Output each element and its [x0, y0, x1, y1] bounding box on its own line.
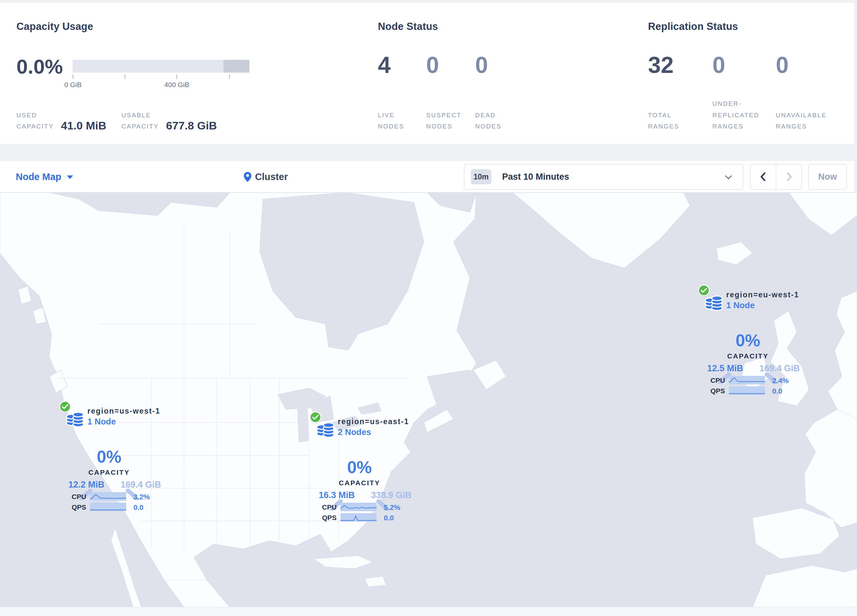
axis-tick [73, 74, 73, 79]
capacity-usage-panel: Capacity Usage 0.0% 0 GiB 400 GiB USED C… [16, 21, 362, 133]
time-range-label: Past 10 Minutes [502, 172, 569, 182]
capacity-label: CAPACITY [323, 479, 396, 487]
cpu-value: 5.2% [384, 503, 400, 512]
qps-value: 0.0 [384, 514, 394, 522]
qps-label: QPS [72, 503, 86, 511]
time-range-step-control [750, 164, 802, 190]
chevron-left-icon [760, 172, 767, 182]
usable-capacity-label: USABLE CAPACITY [122, 110, 159, 133]
view-selector-label: Node Map [16, 171, 62, 182]
breadcrumb[interactable]: Cluster [244, 161, 288, 193]
map-toolbar: Node Map Cluster 10m Past 10 Minutes Now [0, 161, 855, 193]
cluster-summary-bar: Capacity Usage 0.0% 0 GiB 400 GiB USED C… [0, 3, 855, 145]
region-label: region=us-west-1 [87, 407, 160, 415]
water-lake-michigan [297, 406, 309, 442]
cpu-value: 2.4% [772, 377, 789, 385]
panel-title: Replication Status [648, 21, 853, 32]
dead-nodes-count: 0 [475, 54, 488, 77]
cpu-label: CPU [710, 377, 725, 384]
axis-tick-label: 0 GiB [64, 81, 82, 89]
dead-nodes-label: DEAD NODES [475, 110, 501, 133]
capacity-bar: 0 GiB 400 GiB [73, 60, 249, 73]
node-map: region=us-west-1 1 Node 0% CAPACITY 12.2… [0, 193, 857, 607]
unavailable-ranges-count: 0 [776, 54, 789, 77]
under-replicated-count: 0 [712, 54, 725, 77]
qps-value: 0.0 [772, 387, 783, 395]
axis-tick [176, 74, 177, 79]
view-selector-dropdown[interactable]: Node Map [16, 161, 73, 193]
region-label: region=us-east-1 [338, 417, 409, 426]
capacity-percent: 0% [73, 447, 145, 466]
cpu-sparkline [729, 376, 765, 384]
region-marker-eu-west-1[interactable]: region=eu-west-1 1 Node 0% CAPACITY 12.5… [696, 283, 798, 398]
replication-status-panel: Replication Status 32 TOTAL RANGES 0 UND… [648, 21, 853, 133]
live-nodes-count: 4 [378, 54, 391, 77]
cpu-value: 3.2% [133, 493, 150, 501]
capacity-percent: 0.0% [16, 55, 63, 78]
axis-tick [229, 74, 230, 79]
total-capacity: 338.9 GiB [371, 490, 411, 500]
used-capacity-value: 41.0 MiB [61, 120, 107, 131]
capacity-label: CAPACITY [73, 468, 145, 476]
axis-tick [125, 74, 125, 79]
node-count-link[interactable]: 1 Node [726, 300, 755, 310]
map-pin-icon [244, 172, 251, 182]
time-range-dropdown[interactable]: 10m Past 10 Minutes [464, 164, 743, 190]
chevron-down-icon [725, 176, 732, 179]
total-ranges-count: 32 [648, 54, 674, 77]
page-footer [0, 607, 857, 616]
capacity-bar-reserved [223, 60, 249, 73]
cpu-label: CPU [322, 503, 337, 511]
suspect-nodes-count: 0 [426, 54, 439, 77]
region-marker-us-west-1[interactable]: region=us-west-1 1 Node 0% CAPACITY 12.2… [57, 399, 160, 514]
time-step-forward-button[interactable] [776, 164, 801, 189]
panel-title: Node Status [378, 21, 637, 32]
database-stack-icon [704, 293, 724, 312]
used-capacity: 12.5 MiB [707, 363, 743, 374]
qps-label: QPS [710, 387, 725, 395]
time-range-badge: 10m [471, 169, 491, 184]
qps-label: QPS [322, 514, 337, 522]
qps-sparkline [90, 503, 126, 511]
under-replicated-label: UNDER- REPLICATED RANGES [712, 98, 760, 133]
total-capacity: 169.4 GiB [760, 363, 800, 374]
capacity-stats: USED CAPACITY 41.0 MiB USABLE CAPACITY 6… [16, 110, 217, 133]
live-nodes-label: LIVE NODES [378, 110, 404, 133]
qps-value: 0.0 [133, 503, 144, 512]
used-capacity: 16.3 MiB [319, 490, 355, 500]
capacity-label: CAPACITY [712, 352, 784, 360]
database-stack-icon [66, 409, 85, 428]
capacity-percent: 0% [323, 457, 396, 477]
region-marker-us-east-1[interactable]: region=us-east-1 2 Nodes 0% CAPACITY 16.… [308, 409, 410, 525]
region-label: region=eu-west-1 [726, 290, 799, 299]
unavailable-ranges-label: UNAVAILABLE RANGES [776, 110, 827, 133]
time-step-back-button[interactable] [750, 164, 776, 189]
chevron-right-icon [785, 172, 793, 182]
panel-title: Capacity Usage [16, 21, 362, 32]
total-ranges-label: TOTAL RANGES [648, 110, 679, 133]
now-button[interactable]: Now [808, 164, 847, 190]
qps-sparkline [729, 386, 765, 395]
database-stack-icon [316, 420, 335, 438]
used-capacity: 12.2 MiB [68, 480, 105, 490]
qps-sparkline [340, 513, 377, 522]
cpu-sparkline [90, 492, 126, 501]
used-capacity-label: USED CAPACITY [16, 110, 54, 133]
capacity-bar-track [73, 60, 249, 73]
cpu-label: CPU [72, 493, 86, 501]
total-capacity: 169.4 GiB [121, 480, 161, 490]
axis-tick-label: 400 GiB [164, 81, 189, 89]
cpu-sparkline [340, 503, 377, 511]
usable-capacity-value: 677.8 GiB [166, 120, 217, 131]
capacity-percent: 0% [712, 330, 784, 350]
node-count-link[interactable]: 1 Node [87, 417, 116, 427]
node-count-link[interactable]: 2 Nodes [338, 427, 371, 437]
suspect-nodes-label: SUSPECT NODES [426, 110, 461, 133]
node-status-panel: Node Status 4 LIVE NODES 0 SUSPECT NODES… [378, 21, 637, 133]
chevron-down-icon [67, 176, 73, 179]
breadcrumb-label: Cluster [255, 171, 288, 182]
